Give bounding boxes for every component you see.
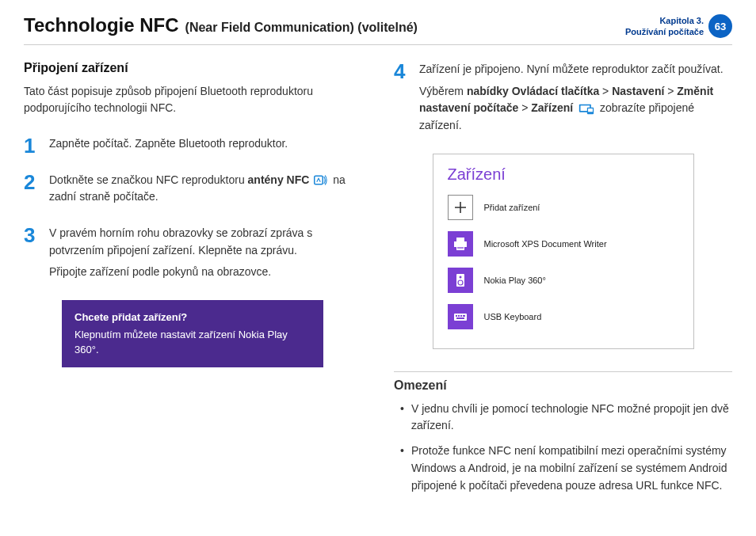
device-label: Microsoft XPS Document Writer xyxy=(484,239,607,249)
page-number-badge: 63 xyxy=(708,14,732,38)
step-text: Připojte zařízení podle pokynů na obrazo… xyxy=(49,264,362,281)
page-subtitle: (Near Field Communication) (volitelné) xyxy=(185,21,418,35)
plus-icon xyxy=(448,195,473,220)
speaker-icon xyxy=(448,268,473,293)
nfc-antenna-icon xyxy=(314,174,328,187)
title-block: Technologie NFC (Near Field Communicatio… xyxy=(24,14,418,36)
step-text: Zapněte počítač. Zapněte Bluetooth repro… xyxy=(49,135,362,153)
devices-panel: Zařízení Přidat zařízení Microsoft XPS D… xyxy=(433,154,694,349)
left-column: Připojení zařízení Tato část popisuje zp… xyxy=(24,61,362,502)
device-row-speaker[interactable]: Nokia Play 360° xyxy=(448,268,679,293)
step-1: 1 Zapněte počítač. Zapněte Bluetooth rep… xyxy=(24,135,362,158)
svg-rect-15 xyxy=(458,315,460,317)
add-device-toast[interactable]: Chcete přidat zařízení? Klepnutím můžete… xyxy=(62,300,323,367)
devices-settings-icon xyxy=(578,103,594,116)
step-text: Výběrem nabídky Ovládací tlačítka > Nast… xyxy=(419,83,732,135)
chapter-line2: Používání počítače xyxy=(625,26,704,37)
toast-title: Chcete přidat zařízení? xyxy=(74,310,311,325)
limitations-list: V jednu chvíli je pomocí technologie NFC… xyxy=(394,401,732,494)
chapter-text: Kapitola 3. Používání počítače xyxy=(625,15,704,38)
step-body: Zařízení je připojeno. Nyní můžete repro… xyxy=(419,61,732,139)
step-text: Dotkněte se značkou NFC reproduktoru ant… xyxy=(49,172,362,206)
step-4: 4 Zařízení je připojeno. Nyní můžete rep… xyxy=(394,61,732,139)
device-row-keyboard[interactable]: USB Keyboard xyxy=(448,304,679,329)
step-body: Zapněte počítač. Zapněte Bluetooth repro… xyxy=(49,135,362,158)
svg-rect-7 xyxy=(456,245,464,250)
page-header: Technologie NFC (Near Field Communicatio… xyxy=(24,14,732,45)
step-text: Zařízení je připojeno. Nyní můžete repro… xyxy=(419,61,732,78)
nfc-antenna-label: antény NFC xyxy=(248,173,310,186)
svg-rect-0 xyxy=(315,176,323,184)
page-title: Technologie NFC xyxy=(24,14,179,36)
chapter-block: Kapitola 3. Používání počítače 63 xyxy=(625,14,732,38)
intro-text: Tato část popisuje způsob připojení Blue… xyxy=(24,83,362,116)
step-number: 4 xyxy=(394,61,411,139)
chapter-line1: Kapitola 3. xyxy=(625,15,704,26)
step-number: 3 xyxy=(24,225,41,286)
limitation-item: Protože funkce NFC není kompatibilní mez… xyxy=(394,443,732,494)
step-2: 2 Dotkněte se značkou NFC reproduktoru a… xyxy=(24,172,362,211)
section-heading-connect: Připojení zařízení xyxy=(24,61,362,75)
step-body: Dotkněte se značkou NFC reproduktoru ant… xyxy=(49,172,362,211)
printer-icon xyxy=(448,231,473,257)
svg-rect-17 xyxy=(463,315,465,317)
step-body: V pravém horním rohu obrazovky se zobraz… xyxy=(49,225,362,286)
svg-rect-14 xyxy=(456,315,457,317)
device-label: Nokia Play 360° xyxy=(484,276,546,285)
step-number: 2 xyxy=(24,172,41,211)
svg-rect-4 xyxy=(588,108,593,112)
step-3: 3 V pravém horním rohu obrazovky se zobr… xyxy=(24,225,362,286)
step-text: V pravém horním rohu obrazovky se zobraz… xyxy=(49,225,362,259)
svg-rect-9 xyxy=(457,248,464,249)
devices-panel-title: Zařízení xyxy=(448,165,679,184)
toast-body: Klepnutím můžete nastavit zařízení Nokia… xyxy=(74,329,288,356)
limitation-item: V jednu chvíli je pomocí technologie NFC… xyxy=(394,401,732,435)
step-number: 1 xyxy=(24,135,41,158)
limitations-heading: Omezení xyxy=(394,371,732,393)
device-row-printer[interactable]: Microsoft XPS Document Writer xyxy=(448,231,679,257)
svg-rect-16 xyxy=(460,315,462,317)
svg-rect-5 xyxy=(456,238,464,241)
keyboard-icon xyxy=(448,304,473,329)
svg-point-11 xyxy=(459,276,461,278)
svg-rect-8 xyxy=(457,247,464,248)
svg-rect-13 xyxy=(454,314,467,321)
svg-rect-18 xyxy=(456,317,464,319)
add-device-row[interactable]: Přidat zařízení xyxy=(448,195,679,220)
device-label: USB Keyboard xyxy=(484,312,542,321)
device-label: Přidat zařízení xyxy=(484,203,540,212)
right-column: 4 Zařízení je připojeno. Nyní můžete rep… xyxy=(394,61,732,502)
